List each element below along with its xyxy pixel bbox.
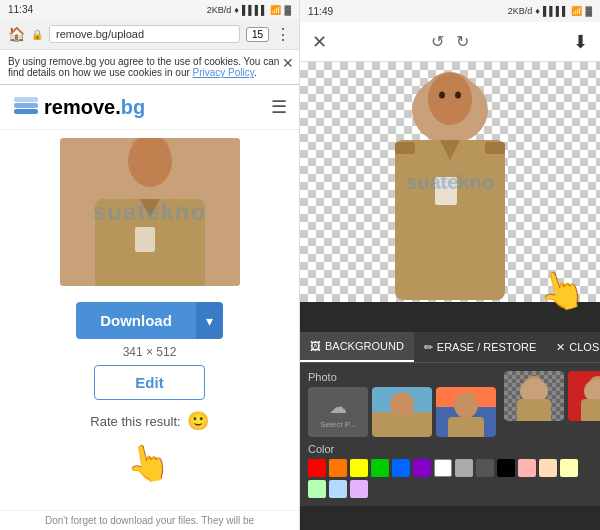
color-swatch-lightgray[interactable] (455, 459, 473, 477)
download-button-group: Download ▾ (76, 302, 223, 339)
upload-label: Select P... (320, 420, 355, 429)
right-download-button[interactable]: ⬇ (573, 31, 588, 53)
svg-rect-0 (14, 109, 38, 114)
logo-icon (12, 93, 40, 121)
address-bar: 🏠 🔒 remove.bg/upload 15 ⋮ (0, 19, 299, 50)
privacy-policy-link[interactable]: Privacy Policy (193, 67, 255, 78)
hand-cursor-icon: 👆 (122, 439, 177, 506)
rate-section: Rate this result: 🙂 (90, 406, 208, 436)
left-panel: 11:34 2KB/d ♦ ▌▌▌▌ 📶 ▓ 🏠 🔒 remove.bg/upl… (0, 0, 300, 530)
svg-point-24 (454, 392, 478, 418)
color-swatch-purple[interactable] (413, 459, 431, 477)
color-swatch-orange[interactable] (329, 459, 347, 477)
svg-point-22 (390, 392, 414, 418)
toolbar-center: ↺ ↻ (431, 32, 469, 51)
edit-button[interactable]: Edit (94, 365, 204, 400)
footer-text: Don't forget to download your files. The… (0, 510, 299, 530)
right-bluetooth-icon: ♦ (535, 6, 540, 16)
color-swatch-black[interactable] (497, 459, 515, 477)
person-preset-thumbnails (504, 371, 600, 421)
uploaded-image-preview: suatekno (60, 138, 240, 286)
color-swatch-lightpurple[interactable] (350, 480, 368, 498)
upload-photo-thumb[interactable]: ☁ Select P... (308, 387, 368, 437)
home-icon[interactable]: 🏠 (8, 26, 25, 42)
right-toolbar: ✕ ↺ ↻ ⬇ (300, 22, 600, 62)
time-display: 11:34 (8, 4, 33, 15)
lock-icon: 🔒 (31, 29, 43, 40)
svg-rect-25 (448, 417, 484, 437)
redo-button[interactable]: ↻ (456, 32, 469, 51)
color-section: Color (308, 443, 592, 498)
color-swatch-darkgray[interactable] (476, 459, 494, 477)
svg-rect-23 (384, 417, 420, 437)
erase-tab-icon: ✏ (424, 341, 433, 354)
battery-icon: ▓ (284, 5, 291, 15)
person-image (60, 138, 240, 286)
right-panel: 11:49 2KB/d ♦ ▌▌▌▌ 📶 ▓ ✕ ↺ ↻ ⬇ (300, 0, 600, 530)
close-tab-label: CLOSE (569, 341, 600, 353)
right-wifi-icon: 📶 (571, 6, 582, 16)
image-bg: suatekno (60, 138, 240, 286)
color-section-label: Color (308, 443, 592, 455)
color-swatch-lightorange[interactable] (539, 459, 557, 477)
tab-erase-restore[interactable]: ✏ ERASE / RESTORE (414, 333, 546, 362)
result-image-area: suatekno (300, 62, 600, 302)
data-label: 2KB/d (207, 5, 232, 15)
color-swatch-lightblue[interactable] (329, 480, 347, 498)
download-button[interactable]: Download (76, 302, 196, 339)
upload-cloud-icon: ☁ (329, 396, 347, 418)
wifi-icon: 📶 (270, 5, 281, 15)
hand-cursor-area: 👆 (127, 442, 172, 502)
color-swatch-green[interactable] (371, 459, 389, 477)
close-tab-icon: ✕ (556, 341, 565, 354)
person-transparent-thumb[interactable] (504, 371, 564, 421)
bluetooth-icon: ♦ (234, 5, 239, 15)
right-status-icons: 2KB/d ♦ ▌▌▌▌ 📶 ▓ (508, 6, 592, 16)
tab-background[interactable]: 🖼 BACKGROUND (300, 332, 414, 362)
color-swatch-blue[interactable] (392, 459, 410, 477)
bg-preset-1[interactable] (372, 387, 432, 437)
cookie-banner: By using remove.bg you agree to the use … (0, 50, 299, 85)
erase-tab-label: ERASE / RESTORE (437, 341, 536, 353)
right-status-bar: 11:49 2KB/d ♦ ▌▌▌▌ 📶 ▓ (300, 0, 600, 22)
toolbar-left: ✕ (312, 31, 327, 53)
svg-rect-19 (435, 177, 457, 205)
site-header: remove.bg ☰ (0, 85, 299, 130)
right-data-label: 2KB/d (508, 6, 533, 16)
tab-count-badge[interactable]: 15 (246, 27, 269, 42)
photo-section-label: Photo (308, 371, 496, 383)
image-dimensions: 341 × 512 (123, 345, 177, 359)
download-section: Download ▾ 341 × 512 Edit Rate this resu… (0, 294, 299, 510)
color-swatch-lightred[interactable] (518, 459, 536, 477)
color-swatch-yellow[interactable] (350, 459, 368, 477)
svg-rect-15 (395, 140, 505, 300)
toolbar-right: ⬇ (573, 31, 588, 53)
color-swatch-lightgreen[interactable] (308, 480, 326, 498)
hamburger-menu-button[interactable]: ☰ (271, 96, 287, 118)
color-swatch-red[interactable] (308, 459, 326, 477)
tab-close[interactable]: ✕ CLOSE (546, 333, 600, 362)
svg-point-13 (439, 92, 445, 99)
right-signal-bars: ▌▌▌▌ (543, 6, 569, 16)
color-swatch-white[interactable] (434, 459, 452, 477)
cookie-close-button[interactable]: ✕ (282, 55, 294, 71)
background-tab-label: BACKGROUND (325, 340, 404, 352)
browser-menu-button[interactable]: ⋮ (275, 25, 291, 44)
background-content: Photo ☁ Select P... (300, 363, 600, 506)
signal-bars: ▌▌▌▌ (242, 5, 268, 15)
right-battery-icon: ▓ (585, 6, 592, 16)
svg-rect-28 (517, 399, 551, 421)
undo-button[interactable]: ↺ (431, 32, 444, 51)
svg-rect-18 (485, 142, 505, 154)
rate-label: Rate this result: (90, 414, 180, 429)
download-dropdown-button[interactable]: ▾ (196, 302, 223, 339)
result-image-wrapper: suatekno 👆 (300, 62, 600, 332)
close-button[interactable]: ✕ (312, 31, 327, 53)
logo: remove.bg (12, 93, 145, 121)
smiley-icon[interactable]: 🙂 (187, 410, 209, 432)
left-status-bar: 11:34 2KB/d ♦ ▌▌▌▌ 📶 ▓ (0, 0, 299, 19)
url-input[interactable]: remove.bg/upload (49, 25, 240, 43)
person-red-bg-thumb[interactable] (568, 371, 600, 421)
bg-preset-2[interactable] (436, 387, 496, 437)
color-swatch-lightyellow[interactable] (560, 459, 578, 477)
